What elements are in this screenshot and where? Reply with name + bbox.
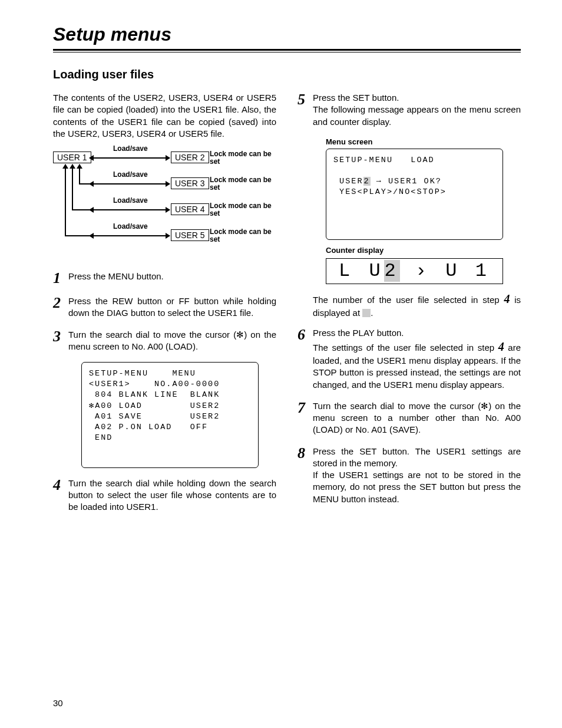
inline-step-4-ref-b: 4 [498, 340, 504, 353]
arrow-user5 [90, 235, 170, 236]
step-1: 1 Press the MENU button. [53, 271, 276, 286]
user3-box: USER 3 [171, 177, 209, 189]
loadsave-label-4: Load/save [112, 222, 149, 230]
user5-box: USER 5 [171, 229, 209, 241]
counter-display-label: Counter display [326, 246, 521, 255]
step-8-text-b: If the USER1 settings are not to be stor… [313, 469, 521, 505]
step-4-num: 4 [53, 477, 68, 513]
step-6-text-b: The settings of the user file selected i… [313, 339, 521, 391]
step-8-num: 8 [297, 446, 313, 505]
menu-screen-label: Menu screen [326, 137, 521, 146]
lock-label-4: Lock mode can be set [210, 228, 280, 243]
user2-box: USER 2 [171, 151, 209, 163]
step-7-text: Turn the search dial to move the cursor … [313, 400, 521, 436]
user1-box: USER 1 [53, 151, 91, 163]
hline-2 [79, 183, 90, 185]
step-2: 2 Press the REW button or FF button whil… [53, 295, 276, 319]
loadsave-label-3: Load/save [112, 196, 149, 205]
step-4-text: Turn the search dial while holding down … [68, 477, 276, 513]
inline-step-4-ref-a: 4 [504, 292, 510, 305]
right-column: 5 Press the SET button. The following me… [297, 92, 521, 522]
left-column: The contents of the USER2, USER3, USER4 … [53, 92, 276, 522]
step-8: 8 Press the SET button. The USER1 settin… [297, 446, 521, 505]
counter-seg-2: U2 [369, 260, 399, 282]
menu-screen-1: SETUP-MENU MENU <USER1> NO.A00-0000 804 … [81, 362, 259, 468]
step-3-text: Turn the search dial to move the cursor … [68, 329, 276, 353]
step-6: 6 Press the PLAY button. The settings of… [297, 327, 521, 391]
arrow-user2 [90, 157, 170, 159]
counter-seg-1: L [339, 260, 353, 282]
arrow-user4 [90, 209, 170, 210]
loadsave-label-1: Load/save [112, 144, 149, 153]
arrow-user3 [90, 183, 170, 185]
hline-3 [72, 209, 90, 210]
lock-label-2: Lock mode can be set [210, 176, 280, 192]
step-1-num: 1 [53, 271, 68, 286]
step-2-num: 2 [53, 295, 68, 319]
step-7-num: 7 [297, 400, 313, 436]
lock-label-1: Lock mode can be set [210, 150, 280, 166]
hline-4 [65, 235, 90, 236]
step-5-num: 5 [297, 92, 313, 128]
menu-screen-2: SETUP-MENU LOAD USER2 → USER1 OK? YES<PL… [326, 149, 503, 240]
counter-display: L U2 › U 1 [326, 258, 503, 284]
cursor-asterisk-2: ✻ [481, 401, 488, 411]
step-5-text-b: The following message appears on the men… [313, 104, 521, 128]
step-4: 4 Turn the search dial while holding dow… [53, 477, 276, 513]
vline-1 [65, 164, 66, 236]
step-8-text-a: Press the SET button. The USER1 settings… [313, 446, 521, 470]
cursor-asterisk-1: ✻ [236, 330, 244, 340]
page-number: 30 [53, 698, 63, 708]
vline-2 [72, 164, 73, 210]
lock-label-3: Lock mode can be set [210, 202, 280, 218]
counter-seg-3: U 1 [445, 260, 490, 282]
vline-3 [79, 164, 80, 185]
counter-seg-arrow: › [415, 260, 430, 282]
intro-text: The contents of the USER2, USER3, USER4 … [53, 92, 276, 140]
step-5-text-c: The number of the user file selected in … [313, 291, 521, 319]
grey-placeholder-icon [362, 309, 371, 317]
step-3: 3 Turn the search dial to move the curso… [53, 329, 276, 353]
step-5: 5 Press the SET button. The following me… [297, 92, 521, 128]
step-1-text: Press the MENU button. [68, 271, 164, 286]
user-file-diagram: USER 1 USER 2 USER 3 USER 4 USER 5 Load/… [53, 148, 276, 260]
page-title: Setup menus [53, 24, 521, 45]
section-title: Loading user files [53, 68, 521, 81]
step-3-num: 3 [53, 329, 68, 353]
step-7: 7 Turn the search dial to move the curso… [297, 400, 521, 436]
title-rule [53, 49, 521, 52]
loadsave-label-2: Load/save [112, 170, 149, 179]
highlighted-user-num: 2 [363, 177, 371, 186]
step-6-text-a: Press the PLAY button. [313, 327, 521, 339]
step-6-num: 6 [297, 327, 313, 391]
step-5-text-a: Press the SET button. [313, 92, 521, 104]
user4-box: USER 4 [171, 203, 209, 215]
step-2-text: Press the REW button or FF button while … [68, 295, 276, 319]
